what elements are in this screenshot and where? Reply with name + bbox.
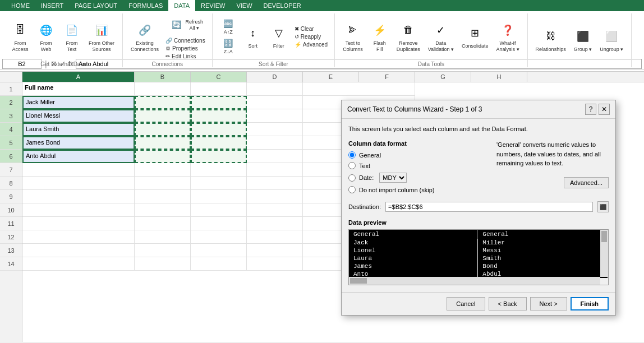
finish-button[interactable]: Finish: [571, 297, 609, 310]
cell-c5[interactable]: [191, 136, 247, 150]
col-header-g[interactable]: G: [415, 72, 471, 82]
cell-a4[interactable]: Laura Smith: [22, 123, 135, 136]
cancel-button[interactable]: Cancel: [447, 297, 485, 310]
edit-links-button[interactable]: ✏Edit Links: [163, 53, 208, 60]
clear-button[interactable]: ✖Clear: [292, 25, 330, 33]
cell-a1[interactable]: Full name: [22, 82, 135, 96]
tab-formulas[interactable]: FORMULAS: [123, 0, 168, 11]
preview-vertical-scrollbar[interactable]: [600, 230, 608, 277]
back-button[interactable]: < Back: [489, 297, 527, 310]
cell-a9[interactable]: [22, 190, 135, 203]
tab-review[interactable]: REVIEW: [195, 0, 231, 11]
row-header-10[interactable]: 10: [0, 203, 22, 217]
row-header-2[interactable]: 2: [0, 96, 22, 109]
cell-b5[interactable]: [135, 136, 191, 150]
cell-a3[interactable]: Lionel Messi: [22, 109, 135, 123]
cell-c2[interactable]: [191, 96, 247, 109]
row-header-14[interactable]: 14: [0, 257, 22, 271]
radio-general-input[interactable]: [348, 151, 356, 159]
preview-h-scrollbar-thumb[interactable]: [350, 278, 367, 284]
refresh-all-button[interactable]: 🔄 RefreshAll ▾: [163, 13, 208, 36]
radio-general[interactable]: General: [348, 151, 491, 159]
row-header-3[interactable]: 3: [0, 109, 22, 123]
tab-insert[interactable]: INSERT: [35, 0, 69, 11]
preview-horizontal-scrollbar[interactable]: [349, 277, 600, 285]
filter-button[interactable]: ▽ Filter: [266, 22, 291, 52]
cell-c7[interactable]: [191, 163, 247, 177]
row-header-4[interactable]: 4: [0, 123, 22, 136]
col-header-h[interactable]: H: [471, 72, 527, 82]
cell-c3[interactable]: [191, 109, 247, 123]
cell-d4[interactable]: [247, 123, 303, 136]
cell-c9[interactable]: [191, 190, 247, 203]
next-button[interactable]: Next >: [530, 297, 567, 310]
cell-b4[interactable]: [135, 123, 191, 136]
cell-b3[interactable]: [135, 109, 191, 123]
cell-d2[interactable]: [247, 96, 303, 109]
cell-c1[interactable]: [191, 82, 247, 96]
cell-b13[interactable]: [135, 244, 191, 257]
tab-home[interactable]: HOME: [6, 0, 35, 11]
cell-d1[interactable]: [247, 82, 303, 96]
cell-d13[interactable]: [247, 244, 303, 257]
cell-d11[interactable]: [247, 217, 303, 230]
consolidate-button[interactable]: ⊞ Consolidate: [458, 22, 492, 52]
cell-e1[interactable]: [303, 82, 415, 96]
destination-input[interactable]: [385, 202, 593, 212]
properties-button[interactable]: ⚙Properties: [163, 45, 208, 52]
cell-a2[interactable]: Jack Miller: [22, 96, 135, 109]
cell-a11[interactable]: [22, 217, 135, 230]
tab-page-layout[interactable]: PAGE LAYOUT: [69, 0, 123, 11]
col-header-d[interactable]: D: [247, 72, 303, 82]
cell-c12[interactable]: [191, 230, 247, 244]
cell-a7[interactable]: [22, 163, 135, 177]
radio-text[interactable]: Text: [348, 162, 491, 169]
destination-picker-icon[interactable]: ⬛: [597, 201, 609, 212]
from-access-button[interactable]: 🗄 FromAccess: [8, 19, 33, 55]
cell-c8[interactable]: [191, 177, 247, 190]
ungroup-button[interactable]: ⬜ Ungroup ▾: [596, 25, 627, 55]
tab-view[interactable]: VIEW: [231, 0, 257, 11]
what-if-analysis-button[interactable]: ❓ What-IfAnalysis ▾: [493, 19, 523, 55]
reapply-button[interactable]: ↺Reapply: [292, 33, 330, 40]
row-header-8[interactable]: 8: [0, 177, 22, 190]
from-other-sources-button[interactable]: 📊 From OtherSources: [85, 19, 118, 55]
cell-c13[interactable]: [191, 244, 247, 257]
date-format-select[interactable]: MDY DMY YMD: [379, 173, 407, 183]
cell-b6[interactable]: [135, 150, 191, 163]
radio-date-input[interactable]: [348, 174, 356, 182]
from-web-button[interactable]: 🌐 FromWeb: [34, 19, 58, 55]
cell-c11[interactable]: [191, 217, 247, 230]
group-button[interactable]: ⬛ Group ▾: [571, 25, 596, 55]
cell-d8[interactable]: [247, 177, 303, 190]
advanced-filter-button[interactable]: ⚡Advanced: [292, 41, 330, 48]
cell-d7[interactable]: [247, 163, 303, 177]
cell-b1[interactable]: [135, 82, 191, 96]
radio-skip[interactable]: Do not import column (skip): [348, 186, 491, 193]
radio-text-input[interactable]: [348, 162, 356, 169]
cell-b7[interactable]: [135, 163, 191, 177]
row-header-13[interactable]: 13: [0, 244, 22, 257]
cell-d9[interactable]: [247, 190, 303, 203]
col-header-e[interactable]: E: [303, 72, 359, 82]
col-header-f[interactable]: F: [359, 72, 415, 82]
col-header-b[interactable]: B: [135, 72, 191, 82]
sort-button[interactable]: ↕ Sort: [241, 22, 265, 52]
relationships-button[interactable]: ⛓ Relationships: [532, 25, 569, 55]
text-to-columns-button[interactable]: ⫸ Text toColumns: [339, 19, 366, 55]
cell-a13[interactable]: [22, 244, 135, 257]
cell-d5[interactable]: [247, 136, 303, 150]
cell-b2[interactable]: [135, 96, 191, 109]
preview-scrollbar-thumb[interactable]: [601, 231, 607, 242]
data-validation-button[interactable]: ✓ DataValidation ▾: [425, 19, 457, 55]
cell-d14[interactable]: [247, 257, 303, 271]
cell-d10[interactable]: [247, 203, 303, 217]
row-header-1[interactable]: 1: [0, 82, 22, 96]
flash-fill-button[interactable]: ⚡ FlashFill: [367, 19, 392, 55]
cell-a6[interactable]: Anto Abdul: [22, 150, 135, 163]
connections-button[interactable]: 🔗Connections: [163, 37, 208, 44]
remove-duplicates-button[interactable]: 🗑 RemoveDuplicates: [393, 19, 424, 55]
cell-d12[interactable]: [247, 230, 303, 244]
cell-a10[interactable]: [22, 203, 135, 217]
row-header-6[interactable]: 6: [0, 150, 22, 163]
